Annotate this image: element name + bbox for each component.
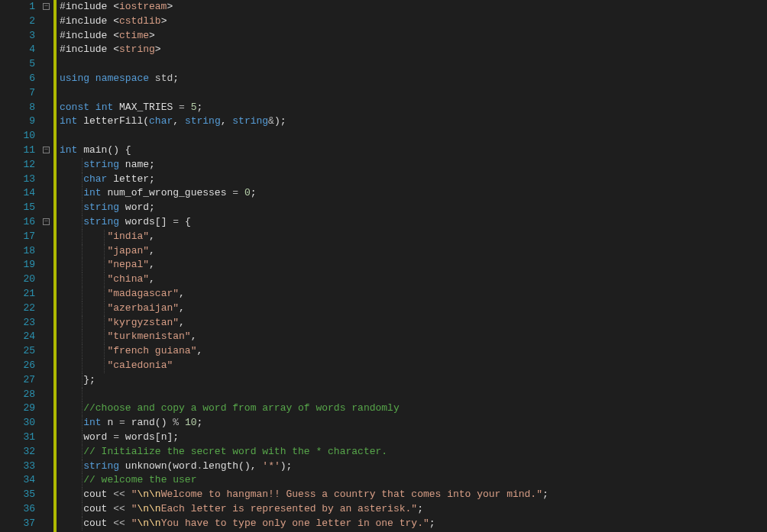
code-line[interactable]: string words[] = { — [60, 215, 767, 230]
code-token: , — [149, 259, 155, 270]
indent-guide — [104, 258, 105, 272]
code-line[interactable] — [60, 129, 767, 143]
code-line[interactable]: "japan", — [60, 244, 767, 259]
code-line[interactable]: //choose and copy a word from array of w… — [60, 401, 767, 416]
code-token — [125, 517, 131, 529]
line-number: 22 — [0, 301, 35, 316]
code-editor[interactable]: 1234567891011121314151617181920212223242… — [0, 0, 767, 532]
fold-toggle-icon[interactable]: − — [43, 3, 50, 10]
code-line[interactable]: "azerbaijan", — [60, 301, 767, 316]
code-line[interactable]: }; — [60, 373, 767, 388]
code-line[interactable]: #include <cstdlib> — [60, 15, 767, 29]
fold-toggle-icon[interactable]: − — [43, 147, 50, 153]
code-token: { — [185, 216, 191, 227]
code-token: string — [185, 115, 221, 127]
code-token: = — [179, 102, 185, 113]
code-token: word; — [119, 202, 155, 213]
code-line[interactable]: "nepal", — [60, 258, 767, 272]
code-token: namespace — [95, 73, 149, 84]
code-token: > — [167, 1, 173, 12]
code-line[interactable]: int n = rand() % 10; — [60, 416, 767, 430]
indent-guide — [82, 473, 83, 488]
code-token: ; — [280, 115, 286, 127]
line-number: 26 — [0, 359, 35, 373]
code-line[interactable]: cout << "\n\nWelcome to hangman!! Guess … — [60, 488, 767, 502]
code-token: , — [179, 317, 185, 328]
indent-guide — [82, 230, 83, 244]
code-token: num_of_wrong_guesses — [102, 187, 233, 198]
code-line[interactable]: "french guiana", — [60, 344, 767, 359]
line-number: 17 — [0, 230, 35, 244]
code-line[interactable]: word = words[n]; — [60, 430, 767, 445]
code-line[interactable]: char letter; — [60, 172, 767, 187]
code-area[interactable]: #include <iostream>#include <cstdlib>#in… — [57, 0, 767, 532]
code-token: cstdlib — [119, 15, 161, 27]
indent-guide — [82, 373, 83, 388]
code-token — [60, 202, 83, 213]
code-line[interactable]: #include <string> — [60, 43, 767, 57]
code-token: > — [149, 30, 155, 41]
code-token: , — [149, 245, 155, 256]
code-token: \n\n — [137, 503, 160, 514]
code-line[interactable]: #include <iostream> — [60, 0, 767, 15]
code-token: << — [113, 503, 125, 514]
code-line[interactable] — [60, 388, 767, 402]
code-line[interactable]: cout << "\n\nYou have to type only one l… — [60, 517, 767, 531]
code-token: ) — [280, 460, 286, 472]
code-token: , — [173, 115, 185, 127]
code-line[interactable]: "caledonia" — [60, 359, 767, 373]
code-token: ; — [417, 503, 423, 514]
code-token — [60, 259, 107, 270]
line-number: 32 — [0, 445, 35, 459]
line-number: 23 — [0, 316, 35, 330]
code-line[interactable]: int main() { — [60, 143, 767, 158]
code-line[interactable]: // Initialize the secret word with the *… — [60, 445, 767, 459]
line-number: 36 — [0, 502, 35, 517]
line-number: 9 — [0, 114, 35, 129]
code-line[interactable]: "turkmenistan", — [60, 330, 767, 344]
code-token: ; — [197, 417, 203, 428]
code-line[interactable] — [60, 57, 767, 72]
code-token — [60, 460, 83, 472]
code-token: } — [83, 374, 89, 385]
code-token: ; — [197, 102, 203, 113]
code-token: '*' — [262, 460, 280, 472]
line-number: 6 — [0, 72, 35, 86]
code-line[interactable] — [60, 86, 767, 101]
code-line[interactable]: "madagascar", — [60, 287, 767, 301]
code-line[interactable]: // welcome the user — [60, 473, 767, 488]
line-number: 15 — [0, 201, 35, 215]
code-token: ; — [286, 460, 293, 472]
code-token — [60, 273, 107, 285]
code-token: << — [113, 488, 125, 500]
code-token: \n\n — [137, 488, 160, 500]
code-token: "azerbaijan" — [107, 302, 179, 314]
code-line[interactable]: string word; — [60, 201, 767, 215]
code-line[interactable]: cout << "\n\nEach letter is represented … — [60, 502, 767, 517]
code-line[interactable]: string name; — [60, 158, 767, 172]
code-line[interactable]: int letterFill(char, string, string&); — [60, 114, 767, 129]
code-line[interactable]: "kyrgyzstan", — [60, 316, 767, 330]
code-token: , — [149, 273, 155, 285]
code-token: 0 — [244, 187, 251, 198]
line-number: 7 — [0, 86, 35, 101]
fold-toggle-icon[interactable]: − — [43, 218, 50, 225]
code-token: #include < — [60, 1, 119, 12]
line-number: 25 — [0, 344, 35, 359]
indent-guide — [82, 186, 83, 201]
code-line[interactable]: using namespace std; — [60, 72, 767, 86]
code-token: , — [179, 302, 185, 314]
code-line[interactable]: int num_of_wrong_guesses = 0; — [60, 186, 767, 201]
code-token — [60, 173, 83, 185]
code-line[interactable]: const int MAX_TRIES = 5; — [60, 101, 767, 115]
indent-guide — [82, 401, 83, 416]
code-line[interactable]: "china", — [60, 272, 767, 287]
code-token — [185, 102, 191, 113]
line-number: 35 — [0, 488, 35, 502]
code-line[interactable]: "india", — [60, 230, 767, 244]
code-token: cout — [60, 488, 113, 500]
code-line[interactable]: string unknown(word.length(), '*'); — [60, 459, 767, 474]
code-line[interactable]: #include <ctime> — [60, 29, 767, 44]
code-token — [60, 187, 83, 198]
code-token: #include < — [60, 44, 119, 55]
